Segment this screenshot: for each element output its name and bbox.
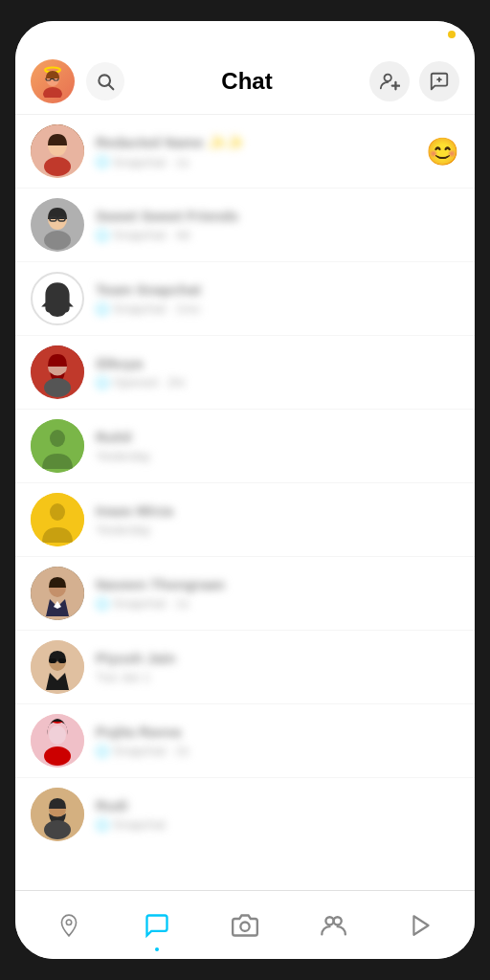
svg-point-38 <box>44 820 71 839</box>
chat-info: Redacted Name ✨✨ Snapchat · 1s <box>96 134 459 169</box>
chat-info: Pujita Ravva Snapchat · 2s <box>96 724 459 758</box>
avatar-bitmoji <box>31 567 84 620</box>
snap-icon <box>96 302 109 316</box>
chat-avatar <box>31 272 84 325</box>
svg-point-35 <box>44 746 71 766</box>
chat-name: Sweet Sweet Friends <box>96 208 459 224</box>
avatar-bitmoji <box>31 714 84 768</box>
chat-name: Inaas Mirza <box>96 502 459 519</box>
chat-name: Ruhil <box>96 429 459 445</box>
chat-item[interactable]: Team Snapchat Snapchat · 1mo <box>15 262 475 336</box>
chat-preview: Snapchat · 1mo <box>96 301 459 316</box>
chat-info: Ruhil Yesterday <box>96 429 459 463</box>
svg-point-21 <box>44 378 71 397</box>
svg-point-8 <box>385 74 391 80</box>
svg-point-18 <box>44 231 71 250</box>
chat-preview: Snapchat · 1s <box>96 155 459 169</box>
chat-name: Piyush Jain <box>96 650 459 666</box>
chat-avatar <box>31 124 84 178</box>
friends-icon <box>320 912 346 939</box>
nav-item-map[interactable] <box>25 891 113 959</box>
svg-point-23 <box>50 430 65 447</box>
nav-item-friends[interactable] <box>289 891 377 959</box>
chat-avatar <box>31 345 84 399</box>
svg-point-34 <box>49 725 66 745</box>
svg-rect-30 <box>49 658 56 663</box>
chat-preview: Yesterday <box>96 523 459 537</box>
chat-info: Inaas Mirza Yesterday <box>96 502 459 537</box>
snapchat-ghost-icon <box>37 278 78 319</box>
profile-avatar[interactable] <box>31 59 75 103</box>
chat-item[interactable]: iDkuya Opened · 2hr <box>15 336 475 410</box>
status-bar <box>15 21 475 48</box>
chat-list: Redacted Name ✨✨ Snapchat · 1s 😊 <box>15 115 475 890</box>
svg-marker-42 <box>413 916 428 935</box>
chat-item[interactable]: Piyush Jain Tue Jan 1 <box>15 631 475 704</box>
chat-preview: Snapchat · 1s <box>96 596 459 611</box>
header-right <box>369 61 459 101</box>
chat-item[interactable]: Pujita Ravva Snapchat · 2s <box>15 704 475 778</box>
nav-item-spotlight[interactable] <box>377 891 465 959</box>
chat-item[interactable]: Sweet Sweet Friends Snapchat · 4d <box>15 189 475 262</box>
header: Chat <box>15 48 475 115</box>
header-left <box>31 59 124 103</box>
chat-avatar <box>31 714 84 768</box>
chat-preview: Tue Jan 1 <box>96 670 459 684</box>
new-chat-icon <box>429 71 450 92</box>
chat-preview: Snapchat · 4d <box>96 228 459 242</box>
chat-item[interactable]: Naveen Thongraan Snapchat · 1s <box>15 557 475 631</box>
bottom-navigation <box>15 890 475 959</box>
search-button[interactable] <box>86 62 124 100</box>
nav-item-chat[interactable] <box>113 891 201 959</box>
snap-icon <box>96 597 109 611</box>
chat-reaction-emoji: 😊 <box>426 136 459 167</box>
page-title: Chat <box>221 68 272 95</box>
avatar-silhouette-yellow <box>31 493 84 546</box>
nav-item-camera[interactable] <box>201 891 289 959</box>
chat-name: Team Snapchat <box>96 281 459 298</box>
svg-point-41 <box>334 917 342 924</box>
chat-avatar <box>31 493 84 546</box>
chat-item[interactable]: Inaas Mirza Yesterday <box>15 483 475 557</box>
snap-icon <box>96 155 109 168</box>
chat-name: Redacted Name ✨✨ <box>96 134 459 151</box>
avatar-bitmoji <box>31 640 84 694</box>
chat-info: Piyush Jain Tue Jan 1 <box>96 650 459 684</box>
chat-name: iDkuya <box>96 355 459 371</box>
svg-rect-31 <box>58 658 66 663</box>
chat-preview: Opened · 2hr <box>96 375 459 390</box>
snap-icon <box>96 376 109 390</box>
chat-avatar <box>31 567 84 620</box>
snap-icon <box>96 818 109 832</box>
chat-avatar <box>31 788 84 841</box>
snap-icon <box>96 229 109 242</box>
search-icon <box>96 72 115 91</box>
chat-nav-icon <box>144 912 170 939</box>
camera-icon <box>232 912 258 939</box>
add-friend-button[interactable] <box>369 61 410 101</box>
new-chat-button[interactable] <box>419 61 459 101</box>
chat-name: Pujita Ravva <box>96 724 459 740</box>
avatar-silhouette-green <box>31 419 84 473</box>
chat-name: Naveen Thongraan <box>96 576 459 592</box>
chat-avatar <box>31 419 84 473</box>
avatar-bitmoji <box>31 345 84 399</box>
avatar-bitmoji <box>31 124 84 178</box>
chat-info: Naveen Thongraan Snapchat · 1s <box>96 576 459 611</box>
chat-info: Sweet Sweet Friends Snapchat · 4d <box>96 208 459 242</box>
chat-info: Rudi Snapchat <box>96 797 459 832</box>
chat-item[interactable]: Ruhil Yesterday <box>15 410 475 483</box>
svg-point-39 <box>240 922 249 930</box>
chat-item[interactable]: Rudi Snapchat <box>15 778 475 851</box>
chat-avatar <box>31 640 84 694</box>
chat-info: iDkuya Opened · 2hr <box>96 355 459 390</box>
add-friend-icon <box>379 71 400 92</box>
status-indicator <box>448 31 456 38</box>
snap-icon <box>96 745 109 758</box>
chat-preview: Snapchat · 2s <box>96 744 459 758</box>
svg-line-7 <box>109 84 114 89</box>
avatar-bitmoji <box>31 788 84 841</box>
chat-item[interactable]: Redacted Name ✨✨ Snapchat · 1s 😊 <box>15 115 475 189</box>
svg-point-13 <box>44 157 71 176</box>
avatar-bitmoji <box>31 198 84 252</box>
